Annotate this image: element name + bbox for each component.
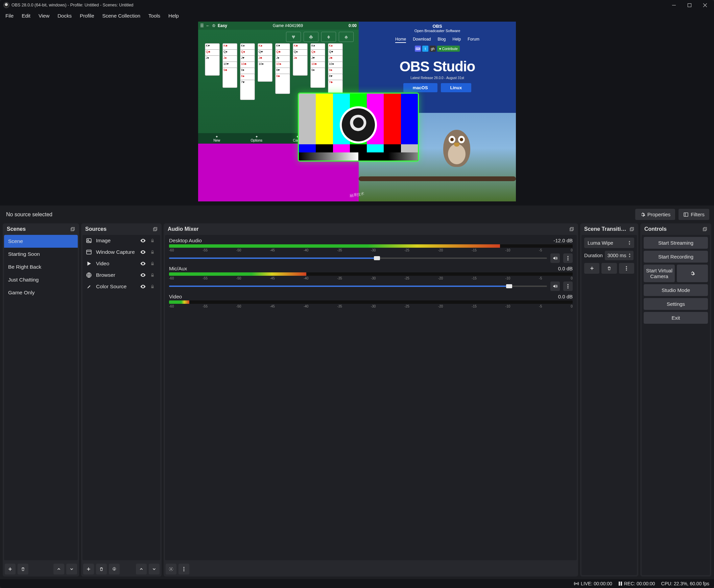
scene-item[interactable]: Scene: [4, 235, 78, 248]
visibility-toggle[interactable]: [140, 272, 147, 278]
scene-up-button[interactable]: [54, 564, 64, 574]
visibility-toggle[interactable]: [140, 249, 147, 255]
popout-icon[interactable]: [702, 227, 707, 231]
popout-icon[interactable]: [153, 227, 158, 231]
start-recording-button[interactable]: Start Recording: [644, 251, 708, 262]
volume-slider[interactable]: [169, 286, 547, 287]
mute-button[interactable]: [550, 281, 560, 291]
menu-scene-collection[interactable]: Scene Collection: [99, 12, 144, 20]
popout-icon[interactable]: [70, 227, 75, 231]
live-time: LIVE: 00:00:00: [581, 581, 612, 586]
twitter-icon: t: [422, 46, 428, 52]
remove-transition-button[interactable]: [601, 263, 617, 274]
lock-toggle[interactable]: [150, 273, 157, 277]
svg-point-37: [183, 568, 184, 569]
window-icon: [86, 249, 93, 255]
vu-scale: -60-55-50-45-40-35-30-25-20-15-10-50: [169, 276, 573, 280]
lock-toggle[interactable]: [150, 284, 157, 289]
svg-point-36: [183, 567, 184, 568]
preview-canvas[interactable]: ☰←♔ Easy Game #4041969 0:00 ♥♣♦♠K♥Q♣J♦K♣…: [198, 22, 516, 202]
minimize-button[interactable]: [666, 0, 681, 10]
transition-select[interactable]: Luma Wipe ▲▼: [584, 237, 634, 248]
visibility-toggle[interactable]: [140, 237, 147, 244]
vu-scale: -60-55-50-45-40-35-30-25-20-15-10-50: [169, 304, 573, 308]
controls-title: Controls: [644, 226, 667, 232]
add-transition-button[interactable]: [584, 263, 599, 274]
scene-item[interactable]: Be Right Back: [4, 260, 78, 273]
scene-item[interactable]: Game Only: [4, 286, 78, 299]
popout-icon[interactable]: [569, 227, 574, 231]
scenes-title: Scenes: [7, 226, 26, 232]
menu-tools[interactable]: Tools: [145, 12, 164, 20]
svg-rect-8: [72, 227, 74, 230]
source-label: Browser: [96, 272, 137, 278]
scene-item[interactable]: Starting Soon: [4, 248, 78, 260]
svg-point-32: [567, 284, 568, 285]
source-item[interactable]: Browser: [82, 269, 160, 281]
remove-source-button[interactable]: [96, 564, 107, 574]
source-item[interactable]: Image: [82, 235, 160, 246]
channel-name: Video: [169, 294, 182, 299]
lock-toggle[interactable]: [150, 238, 157, 243]
properties-button[interactable]: Properties: [635, 209, 675, 220]
preview-toolbar: No source selected Properties Filters: [0, 206, 714, 223]
channel-menu-button[interactable]: [563, 253, 573, 263]
start-streaming-button[interactable]: Start Streaming: [644, 237, 708, 249]
game-id: Game #4041969: [273, 23, 303, 28]
popout-icon[interactable]: [630, 227, 634, 231]
virtual-camera-settings-button[interactable]: [677, 265, 708, 282]
duration-label: Duration: [584, 253, 603, 258]
menu-edit[interactable]: Edit: [18, 12, 34, 20]
updown-icon: ▲▼: [628, 253, 631, 258]
visibility-toggle[interactable]: [140, 284, 147, 290]
preview-source-testpattern: [298, 92, 419, 162]
close-button[interactable]: [697, 0, 713, 10]
svg-point-44: [626, 268, 627, 269]
menu-profile[interactable]: Profile: [76, 12, 98, 20]
source-properties-button[interactable]: [109, 564, 120, 574]
svg-point-26: [114, 568, 115, 570]
svg-point-34: [567, 287, 568, 288]
source-item[interactable]: Color Source: [82, 281, 160, 292]
svg-point-30: [567, 257, 568, 258]
scene-down-button[interactable]: [66, 564, 77, 574]
menu-docks[interactable]: Docks: [54, 12, 75, 20]
mute-button[interactable]: [550, 253, 560, 263]
rec-time: REC: 00:00:00: [624, 581, 655, 586]
exit-button[interactable]: Exit: [644, 312, 708, 324]
menu-file[interactable]: File: [2, 12, 17, 20]
svg-rect-23: [151, 286, 154, 288]
settings-button[interactable]: Settings: [644, 298, 708, 310]
studio-mode-button[interactable]: Studio Mode: [644, 284, 708, 296]
svg-rect-2: [688, 3, 691, 7]
volume-slider[interactable]: [169, 257, 547, 259]
source-label: Color Source: [96, 284, 137, 290]
web-nav-item: Download: [413, 37, 431, 43]
add-source-button[interactable]: [83, 564, 94, 574]
source-item[interactable]: Window Capture: [82, 246, 160, 258]
channel-menu-button[interactable]: [563, 281, 573, 291]
add-scene-button[interactable]: [5, 564, 16, 574]
source-up-button[interactable]: [136, 564, 147, 574]
source-down-button[interactable]: [149, 564, 160, 574]
svg-rect-12: [154, 227, 157, 230]
maximize-button[interactable]: [681, 0, 697, 10]
channel-db: -12.0 dB: [553, 237, 573, 243]
mixer-advanced-button[interactable]: [166, 564, 177, 574]
svg-point-35: [170, 568, 172, 570]
transition-menu-button[interactable]: [619, 263, 634, 274]
lock-toggle[interactable]: [150, 261, 157, 266]
menu-help[interactable]: Help: [165, 12, 182, 20]
game-toolbar-item: ✦New: [213, 135, 220, 142]
source-item[interactable]: Video: [82, 258, 160, 269]
visibility-toggle[interactable]: [140, 260, 147, 267]
menu-view[interactable]: View: [35, 12, 53, 20]
lock-toggle[interactable]: [150, 250, 157, 254]
start-virtual-camera-button[interactable]: Start Virtual Camera: [644, 265, 675, 282]
remove-scene-button[interactable]: [18, 564, 28, 574]
web-nav-item: Blog: [438, 37, 446, 43]
filters-button[interactable]: Filters: [678, 209, 709, 220]
duration-spinbox[interactable]: 3000 ms ▲▼: [605, 251, 634, 260]
mixer-menu-button[interactable]: [179, 564, 189, 574]
scene-item[interactable]: Just Chatting: [4, 273, 78, 286]
